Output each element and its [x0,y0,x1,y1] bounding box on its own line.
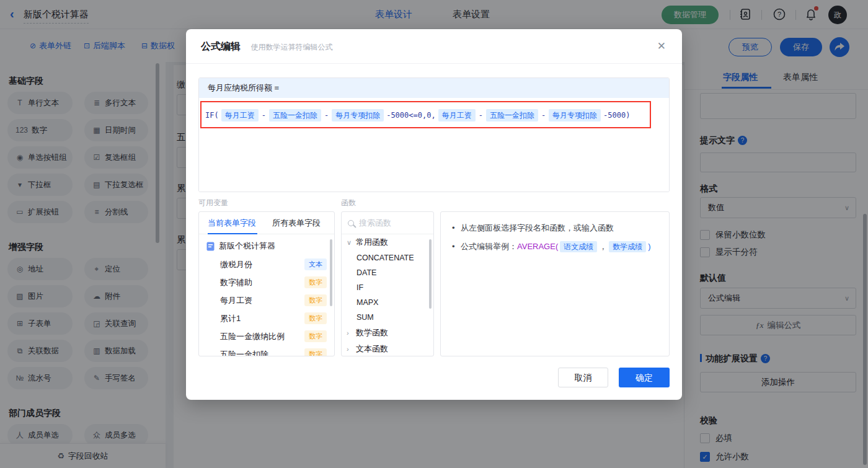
example-field-token: 语文成绩 [560,241,597,252]
variable-type-badge: 数字 [304,348,327,356]
search-icon [348,220,354,226]
formula-editor-modal: 公式编辑 使用数学运算符编辑公式 ✕ 每月应纳税所得额 = IF(每月工资-五险… [186,29,682,400]
tip-line-1: 从左侧面板选择字段名和函数，或输入函数 [452,222,658,234]
variable-row[interactable]: 缴税月份文本 [199,255,334,273]
formula-field-token[interactable]: 五险一金扣除 [269,109,321,121]
variable-type-badge: 数字 [304,294,327,306]
formula-code: IF( [205,111,219,120]
function-group-文本函数[interactable]: ›文本函数 [342,341,433,356]
variables-panel: 当前表单字段 所有表单字段 新版个税计算器 缴税月份文本数字辅助数字每月工资数字… [198,211,335,356]
function-item-IF[interactable]: IF [342,280,433,295]
formula-operator: - [479,111,483,120]
functions-label: 函数 [341,198,356,208]
variable-name: 累计1 [220,313,241,324]
function-item-DATE[interactable]: DATE [342,265,433,280]
functions-scrollbar[interactable] [429,239,432,309]
modal-title: 公式编辑 [201,41,241,51]
variable-type-badge: 数字 [304,276,327,288]
variable-row[interactable]: 五险一金扣除数字 [199,345,334,356]
modal-header: 公式编辑 使用数学运算符编辑公式 ✕ [186,29,682,64]
confirm-button[interactable]: 确定 [619,368,670,387]
variable-name: 五险一金缴纳比例 [220,331,285,342]
form-doc-icon [206,242,215,251]
function-search[interactable] [342,212,433,234]
variable-row[interactable]: 每月工资数字 [199,291,334,309]
variable-name: 数字辅助 [220,277,252,288]
formula-operator: - [324,111,329,120]
function-group-name: 文本函数 [356,343,388,355]
formula-field-token[interactable]: 每月工资 [438,109,476,121]
formula-target-label: 每月应纳税所得额 = [199,78,669,98]
variable-row[interactable]: 累计1数字 [199,309,334,327]
formula-code: -5000<=0,0, [386,111,435,120]
variables-tabs: 当前表单字段 所有表单字段 [199,212,334,234]
functions-tree: ∨常用函数CONCATENATEDATEIFMAPXSUM›数学函数›文本函数 [342,234,433,356]
variables-scrollbar[interactable] [330,239,332,306]
variables-root-node[interactable]: 新版个税计算器 [199,237,334,255]
example-field-token: 数学成绩 [609,241,646,252]
active-tab-underline [208,233,257,234]
variable-row[interactable]: 数字辅助数字 [199,273,334,291]
formula-expression-highlight[interactable]: IF(每月工资-五险一金扣除-每月专项扣除-5000<=0,0,每月工资-五险一… [200,101,651,128]
tab-current-form-fields[interactable]: 当前表单字段 [208,218,256,229]
tip-line-2: 公式编辑举例：AVERAGE(语文成绩，数学成绩) [452,241,658,253]
formula-operator: - [541,111,546,120]
tips-panel: 从左侧面板选择字段名和函数，或输入函数 公式编辑举例：AVERAGE(语文成绩，… [440,211,670,356]
chevron-right-icon: › [347,345,353,353]
tab-all-form-fields[interactable]: 所有表单字段 [272,218,321,229]
formula-tokens: IF(每月工资-五险一金扣除-每月专项扣除-5000<=0,0,每月工资-五险一… [205,109,630,121]
example-function-name: AVERAGE( [517,242,558,251]
function-item-MAPX[interactable]: MAPX [342,295,433,310]
functions-panel: ∨常用函数CONCATENATEDATEIFMAPXSUM›数学函数›文本函数 [341,211,434,356]
formula-field-token[interactable]: 五险一金扣除 [486,109,538,121]
app-window: ‹ 新版个税计算器 表单设计 表单设置 数据管理 ? 政 ⊘表单外链 ⊡后端脚本… [0,0,868,468]
variables-label: 可用变量 [198,198,228,208]
variables-list: 缴税月份文本数字辅助数字每月工资数字累计1数字五险一金缴纳比例数字五险一金扣除数… [199,255,334,356]
chevron-right-icon: › [347,329,353,337]
search-input[interactable] [359,218,421,227]
modal-subtitle: 使用数学运算符编辑公式 [250,43,332,51]
formula-code: -5000) [603,111,630,120]
variable-type-badge: 文本 [304,258,327,270]
formula-editor-box[interactable]: 每月应纳税所得额 = IF(每月工资-五险一金扣除-每月专项扣除-5000<=0… [198,77,670,192]
variable-name: 每月工资 [220,295,252,306]
function-item-CONCATENATE[interactable]: CONCATENATE [342,250,433,265]
variable-type-badge: 数字 [304,312,327,324]
function-group-name: 常用函数 [356,237,388,248]
variable-name: 五险一金扣除 [220,349,268,357]
cancel-button[interactable]: 取消 [558,368,608,387]
function-group-常用函数[interactable]: ∨常用函数 [342,234,433,250]
close-icon[interactable]: ✕ [657,40,666,53]
variable-type-badge: 数字 [304,330,327,342]
function-group-数学函数[interactable]: ›数学函数 [342,325,433,341]
variable-name: 缴税月份 [220,259,252,270]
formula-input-area[interactable]: IF(每月工资-五险一金扣除-每月专项扣除-5000<=0,0,每月工资-五险一… [199,98,669,192]
function-group-name: 数学函数 [356,327,388,338]
formula-field-token[interactable]: 每月专项扣除 [332,109,384,121]
chevron-down-icon: ∨ [347,239,353,247]
function-item-SUM[interactable]: SUM [342,310,433,325]
variable-row[interactable]: 五险一金缴纳比例数字 [199,327,334,345]
formula-field-token[interactable]: 每月专项扣除 [549,109,601,121]
formula-field-token[interactable]: 每月工资 [221,109,259,121]
formula-operator: - [262,111,266,120]
